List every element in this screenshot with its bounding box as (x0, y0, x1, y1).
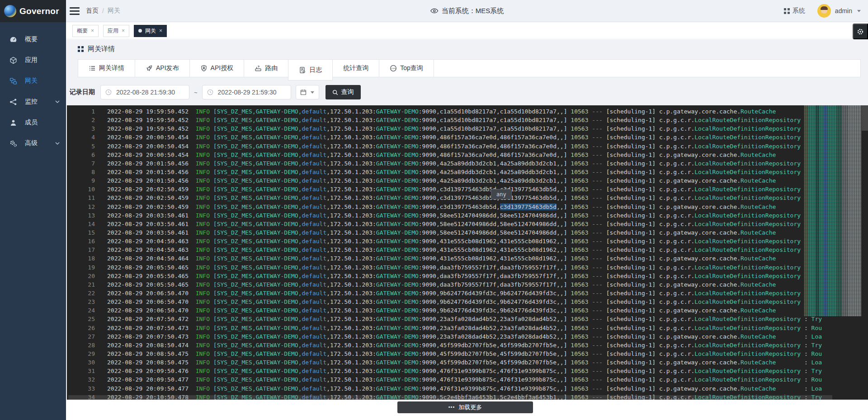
shield-user-icon (200, 65, 208, 72)
start-datetime-input[interactable] (100, 85, 189, 99)
sidebar-item-members[interactable]: 成员 (0, 112, 66, 133)
header-tools: 系统 admin (784, 4, 868, 18)
hamburger-menu-icon[interactable] (70, 7, 80, 15)
log-line: 282022-08-29 20:08:50.474 INFO [SYS_DZ_M… (67, 341, 868, 349)
log-line: 242022-08-29 20:06:50.470 INFO [SYS_DZ_M… (67, 306, 868, 315)
clock-icon (207, 89, 213, 95)
tab-label: API发布 (156, 64, 179, 72)
app-logo[interactable]: Governor (0, 0, 66, 22)
chevron-down-icon (55, 100, 60, 103)
breadcrumb-separator: / (102, 7, 104, 14)
minimap[interactable] (804, 105, 861, 316)
user-icon (9, 119, 17, 127)
close-icon[interactable]: × (91, 28, 94, 33)
grid-icon (784, 8, 790, 14)
tag-label: 概要 (77, 27, 88, 35)
top-header: 首页 / 网关 当前系统：MES系统 系统 admin (66, 0, 868, 22)
gears-icon (9, 140, 17, 147)
log-lines: 12022-08-29 19:59:50.452 INFO [SYS_DZ_ME… (67, 107, 868, 400)
search-button[interactable]: 查询 (326, 85, 361, 99)
tab-gateway-detail[interactable]: 网关详情 (78, 60, 135, 77)
vertical-scrollbar[interactable] (862, 105, 868, 131)
calendar-icon (300, 89, 307, 95)
close-icon[interactable]: × (159, 28, 162, 33)
tab-label: 路由 (265, 64, 278, 72)
sidebar-nav: 概要 应用 网关 监控 成员 (0, 22, 66, 154)
gear-icon (857, 28, 864, 35)
log-tooltip: any (491, 189, 512, 199)
breadcrumb-current: 网关 (108, 7, 120, 15)
tab-api-auth[interactable]: API授权 (190, 60, 245, 77)
log-line: 212022-08-29 20:05:50.465 INFO [SYS_DZ_M… (67, 280, 868, 289)
log-document-icon (299, 66, 306, 74)
tab-routes[interactable]: 路由 (244, 60, 288, 77)
start-datetime-field[interactable] (115, 88, 184, 96)
date-filter-row: 记录日期 ~ 查询 (70, 85, 868, 99)
load-more-button[interactable]: ••• 加载更多 (397, 401, 533, 413)
open-tags-bar: 概要 × 应用 × 网关 × (66, 23, 868, 39)
tag-apps[interactable]: 应用 × (103, 25, 129, 37)
logo-text: Governor (19, 6, 59, 16)
log-line: 122022-08-29 20:02:50.459 INFO [SYS_DZ_M… (67, 203, 868, 211)
sidebar-item-label: 应用 (25, 56, 38, 64)
log-line: 332022-08-29 20:09:50.477 INFO [SYS_DZ_M… (67, 384, 868, 393)
close-icon[interactable]: × (122, 28, 125, 33)
breadcrumb-home[interactable]: 首页 (86, 7, 99, 15)
cube-icon (9, 57, 17, 64)
tab-label: 网关详情 (99, 64, 124, 72)
sidebar-item-overview[interactable]: 概要 (0, 29, 66, 50)
log-line: 322022-08-29 20:09:50.477 INFO [SYS_DZ_M… (67, 375, 868, 384)
username[interactable]: admin (835, 7, 852, 14)
sidebar-item-gateway[interactable]: 网关 (0, 71, 66, 91)
sidebar-item-label: 成员 (25, 118, 38, 127)
log-line: 262022-08-29 20:07:50.473 INFO [SYS_DZ_M… (67, 324, 868, 332)
log-line: 132022-08-29 20:03:50.461 INFO [SYS_DZ_M… (67, 211, 868, 220)
log-line: 22022-08-29 19:59:50.452 INFO [SYS_DZ_ME… (67, 116, 868, 124)
log-line: 192022-08-29 20:05:50.465 INFO [SYS_DZ_M… (67, 263, 868, 272)
page-title: 网关详情 (88, 45, 115, 53)
log-line: 82022-08-29 20:01:50.456 INFO [SYS_DZ_ME… (67, 168, 868, 176)
search-icon (332, 90, 338, 95)
log-line: 202022-08-29 20:05:50.465 INFO [SYS_DZ_M… (67, 272, 868, 280)
rocket-icon (146, 65, 153, 72)
gauge-icon (9, 36, 17, 43)
end-datetime-field[interactable] (217, 88, 286, 96)
sidebar-item-label: 高级 (25, 139, 38, 147)
logo-icon (4, 5, 16, 17)
tab-stats-query[interactable]: 统计查询 (333, 60, 379, 77)
main-content: 网关详情 网关详情 API发布 API授权 路由 (66, 40, 868, 420)
horizontal-scrollbar[interactable] (68, 395, 832, 400)
log-line: 72022-08-29 20:01:50.456 INFO [SYS_DZ_ME… (67, 159, 868, 168)
log-line: 222022-08-29 20:06:50.470 INFO [SYS_DZ_M… (67, 289, 868, 297)
log-line: 62022-08-29 20:00:50.454 INFO [SYS_DZ_ME… (67, 151, 868, 159)
end-datetime-input[interactable] (202, 85, 291, 99)
section-header: 网关详情 (66, 40, 868, 53)
tab-top-query[interactable]: TOPN Top查询 (379, 60, 434, 77)
log-line: 162022-08-29 20:04:50.463 INFO [SYS_DZ_M… (67, 237, 868, 245)
tab-api-publish[interactable]: API发布 (135, 60, 190, 77)
tab-logs-active[interactable]: 日志 (288, 59, 333, 80)
sidebar-item-label: 概要 (25, 35, 38, 43)
avatar[interactable] (817, 4, 831, 18)
sidebar-item-monitor[interactable]: 监控 (0, 91, 66, 112)
tag-gateway-active[interactable]: 网关 × (134, 25, 167, 37)
system-menu-label: 系统 (793, 7, 805, 15)
chevron-down-icon (55, 142, 60, 145)
log-editor[interactable]: 12022-08-29 19:59:50.452 INFO [SYS_DZ_ME… (67, 105, 868, 400)
tab-label: Top查询 (400, 64, 423, 72)
settings-gear-button[interactable] (853, 24, 868, 39)
tag-label: 应用 (108, 27, 118, 35)
user-dropdown-caret-icon[interactable] (857, 10, 861, 12)
sidebar-item-apps[interactable]: 应用 (0, 50, 66, 71)
calendar-preset-button[interactable] (296, 85, 319, 99)
log-line: 42022-08-29 20:00:50.454 INFO [SYS_DZ_ME… (67, 133, 868, 142)
log-line: 92022-08-29 20:01:50.456 INFO [SYS_DZ_ME… (67, 176, 868, 185)
system-menu[interactable]: 系统 (784, 7, 805, 15)
log-line: 252022-08-29 20:07:50.472 INFO [SYS_DZ_M… (67, 315, 868, 323)
log-line: 272022-08-29 20:07:50.473 INFO [SYS_DZ_M… (67, 332, 868, 341)
top-n-badge-icon: TOPN (390, 65, 397, 72)
tag-overview[interactable]: 概要 × (72, 25, 99, 37)
current-system-indicator: 当前系统：MES系统 (430, 7, 504, 15)
log-line: 102022-08-29 20:02:50.459 INFO [SYS_DZ_M… (67, 185, 868, 193)
sidebar-item-advanced[interactable]: 高级 (0, 133, 66, 154)
